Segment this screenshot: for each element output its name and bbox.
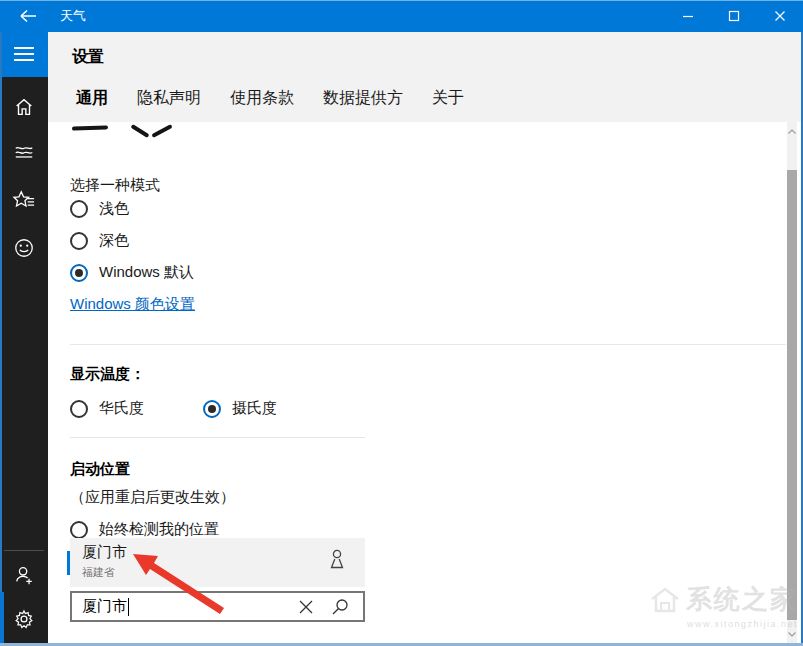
tab-about[interactable]: 关于 — [432, 88, 464, 109]
radio-label: 浅色 — [99, 199, 129, 218]
scroll-down-button[interactable] — [787, 627, 797, 641]
radio-circle-checked — [203, 400, 221, 418]
add-person-icon — [13, 564, 35, 586]
launch-location-label: 启动位置 — [70, 460, 130, 479]
search-input-value: 厦门市 — [82, 597, 127, 616]
tab-general[interactable]: 通用 — [76, 88, 108, 109]
settings-gear-icon — [13, 608, 35, 630]
minimize-icon — [682, 10, 694, 22]
sidebar-item-home[interactable] — [0, 87, 48, 127]
clear-x-icon — [298, 599, 314, 615]
radio-option-dark[interactable]: 深色 — [70, 231, 129, 250]
window-controls — [665, 0, 803, 32]
magnifier-icon — [331, 598, 349, 616]
minimize-button[interactable] — [665, 0, 711, 32]
close-icon — [774, 10, 786, 22]
radio-option-celsius[interactable]: 摄氏度 — [203, 399, 277, 418]
temperature-section-label: 显示温度： — [70, 365, 145, 384]
sidebar-item-feedback[interactable] — [0, 228, 48, 268]
location-suggestion-item[interactable]: 厦门市 福建省 — [70, 538, 365, 587]
sidebar-divider — [4, 550, 44, 551]
home-icon — [13, 96, 35, 118]
location-pin-icon — [327, 548, 347, 576]
historical-weather-icon — [13, 140, 35, 162]
launch-location-note: （应用重启后更改生效） — [70, 488, 235, 507]
tab-data-providers[interactable]: 数据提供方 — [323, 88, 403, 109]
settings-content: 选择一种模式 浅色 深色 Windows 默认 Windows 颜色设置 显示温… — [48, 122, 787, 643]
tab-privacy[interactable]: 隐私声明 — [137, 88, 201, 109]
back-arrow-icon — [19, 9, 37, 23]
radio-circle-checked — [70, 264, 88, 282]
sidebar — [0, 32, 48, 646]
sidebar-item-settings[interactable] — [0, 599, 48, 639]
scrollbar-thumb[interactable] — [787, 170, 797, 620]
suggestion-city: 厦门市 — [82, 543, 127, 562]
chevron-down-icon — [788, 632, 796, 637]
location-search-input[interactable]: 厦门市 — [70, 591, 365, 622]
sidebar-item-historical-weather[interactable] — [0, 131, 48, 171]
weather-app-window: 天气 — [0, 0, 803, 646]
section-divider — [70, 344, 786, 345]
radio-label: 摄氏度 — [232, 399, 277, 418]
back-button[interactable] — [8, 0, 48, 32]
close-button[interactable] — [757, 0, 803, 32]
sidebar-item-add-person[interactable] — [0, 555, 48, 595]
titlebar: 天气 — [0, 0, 803, 32]
maximize-button[interactable] — [711, 0, 757, 32]
windows-color-settings-link[interactable]: Windows 颜色设置 — [70, 295, 195, 314]
mode-section-label: 选择一种模式 — [70, 176, 160, 195]
sidebar-item-favorites[interactable] — [0, 180, 48, 220]
radio-circle — [70, 232, 88, 250]
tab-terms[interactable]: 使用条款 — [230, 88, 294, 109]
radio-circle — [70, 400, 88, 418]
page-title: 设置 — [72, 47, 104, 68]
chevron-up-icon — [788, 129, 796, 134]
section-divider — [70, 437, 365, 438]
vertical-scrollbar[interactable] — [787, 122, 797, 643]
radio-option-fahrenheit[interactable]: 华氏度 — [70, 399, 144, 418]
radio-label: 华氏度 — [99, 399, 144, 418]
settings-tabs: 通用 隐私声明 使用条款 数据提供方 关于 — [76, 88, 464, 109]
radio-circle — [70, 200, 88, 218]
hamburger-icon — [14, 46, 34, 62]
clear-search-button[interactable] — [289, 593, 323, 620]
window-left-border-accent — [0, 592, 4, 646]
favorites-icon — [12, 189, 36, 211]
search-button[interactable] — [323, 593, 357, 620]
sidebar-accent-block — [0, 32, 48, 77]
radio-option-windows-default[interactable]: Windows 默认 — [70, 263, 194, 282]
suggestion-province: 福建省 — [82, 565, 115, 580]
settings-header: 设置 通用 隐私声明 使用条款 数据提供方 关于 — [48, 32, 801, 122]
radio-label: 始终检测我的位置 — [99, 520, 219, 539]
scroll-up-button[interactable] — [787, 124, 797, 138]
radio-label: 深色 — [99, 231, 129, 250]
radio-label: Windows 默认 — [99, 263, 194, 282]
maximize-icon — [728, 10, 740, 22]
text-caret — [128, 598, 129, 616]
feedback-smiley-icon — [13, 237, 35, 259]
window-left-border — [0, 32, 2, 646]
hamburger-menu-button[interactable] — [0, 37, 48, 71]
radio-option-detect-location[interactable]: 始终检测我的位置 — [70, 520, 219, 539]
radio-option-light[interactable]: 浅色 — [70, 199, 129, 218]
app-title: 天气 — [60, 0, 86, 32]
radio-circle — [70, 521, 88, 539]
